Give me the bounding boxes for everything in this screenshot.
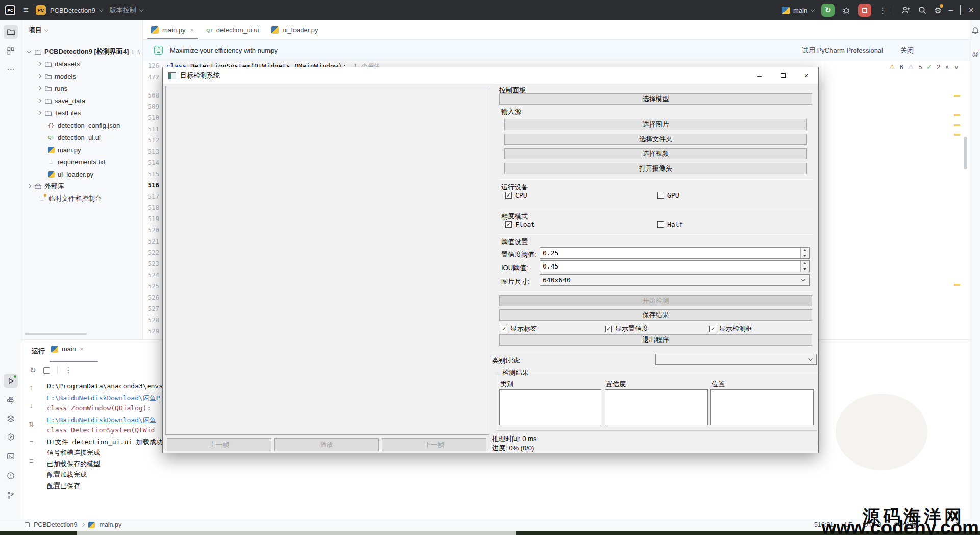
confidence-list[interactable] [605, 389, 708, 425]
line-number[interactable]: 525 [143, 281, 159, 292]
tree-item-main-py[interactable]: main.py [44, 144, 81, 155]
editor-code-line[interactable]: class DetectionSystem(QtWidgets.QMainWin… [166, 61, 379, 67]
clear-console-icon[interactable]: ≡ [27, 457, 36, 465]
error-stripe-mark[interactable] [954, 114, 960, 116]
services-layers-button[interactable] [4, 411, 18, 426]
soft-wrap-icon[interactable]: ≡ [27, 439, 36, 447]
error-stripe-mark[interactable] [954, 95, 960, 97]
notifications-bell-button[interactable] [970, 27, 980, 35]
start-detect-button[interactable]: 开始检测 [499, 295, 812, 306]
error-stripe-mark[interactable] [954, 134, 960, 136]
tree-item-detection-config[interactable]: {} detection_config.json [44, 119, 120, 131]
show-box-checkbox[interactable]: ✓ 显示检测框 [709, 324, 752, 333]
ai-assistant-button[interactable]: @ [970, 50, 980, 58]
line-number[interactable]: 521 [143, 236, 159, 247]
tree-item-ui-loader[interactable]: ui_loader.py [44, 168, 93, 180]
rerun-icon[interactable]: ↻ [30, 366, 36, 375]
line-number[interactable]: 524 [143, 270, 159, 281]
prev-frame-button[interactable]: 上一帧 [167, 438, 271, 451]
tree-item-project-root[interactable]: PCBDetection9 [检测界面4] E:\ [28, 46, 140, 57]
project-panel-header[interactable]: 项目 [29, 26, 48, 35]
window-close-button[interactable]: × [968, 5, 974, 16]
stop-icon[interactable] [43, 367, 50, 374]
stop-button[interactable] [858, 4, 871, 17]
run-tab-main[interactable]: main × [51, 345, 84, 353]
class-filter-combobox[interactable] [655, 354, 817, 365]
tree-item-detection-ui[interactable]: QT detection_ui.ui [44, 132, 101, 143]
line-number[interactable]: 527 [143, 303, 159, 314]
line-number[interactable]: 526 [143, 292, 159, 303]
dialog-minimize-button[interactable]: – [748, 67, 771, 83]
save-results-button[interactable]: 保存结果 [499, 309, 812, 321]
prev-problem-button[interactable]: ∧ [945, 63, 949, 71]
vcs-menu[interactable]: 版本控制 [110, 6, 143, 15]
tree-item-datasets[interactable]: datasets [38, 58, 80, 69]
more-tools-button[interactable]: ⋯ [4, 62, 18, 77]
breadcrumb-project[interactable]: PCBDetection9 [34, 521, 77, 528]
image-size-combobox[interactable]: 640×640 [540, 274, 810, 286]
line-number[interactable]: 126 [143, 60, 159, 71]
select-video-button[interactable]: 选择视频 [504, 148, 807, 159]
close-tab-icon[interactable]: × [80, 345, 84, 353]
dialog-close-button[interactable]: × [795, 67, 818, 83]
dialog-title-bar[interactable]: 目标检测系统 [163, 67, 818, 84]
close-tab-icon[interactable]: × [190, 26, 194, 34]
project-tool-button[interactable] [4, 25, 18, 39]
line-number[interactable]: 529 [143, 326, 159, 337]
tab-detection-ui[interactable]: QT detection_ui.ui [200, 20, 265, 39]
next-frame-button[interactable]: 下一帧 [382, 438, 486, 451]
spinner-arrows[interactable] [800, 261, 809, 272]
tree-item-save-data[interactable]: save_data [38, 95, 85, 106]
try-professional-link[interactable]: 试用 PyCharm Professional [802, 46, 883, 55]
position-list[interactable] [710, 389, 814, 425]
spinner-arrows[interactable] [800, 248, 809, 258]
line-number[interactable]: 517 [143, 191, 159, 202]
run-tool-button[interactable] [4, 374, 18, 388]
tab-main-py[interactable]: main.py × [145, 20, 200, 39]
show-confidence-checkbox[interactable]: ✓ 显示置信度 [605, 324, 648, 333]
line-number[interactable]: 523 [143, 258, 159, 270]
tree-item-scratches[interactable]: ≡ 临时文件和控制台 [35, 193, 102, 204]
code-with-me-button[interactable] [901, 6, 911, 15]
line-number[interactable]: 511 [143, 124, 159, 135]
next-problem-button[interactable]: ∨ [954, 63, 959, 71]
select-folder-button[interactable]: 选择文件夹 [504, 134, 807, 145]
iou-spinbox[interactable]: 0.45 [540, 260, 810, 272]
services-hexagon-button[interactable] [4, 430, 18, 444]
line-number[interactable]: 512 [143, 135, 159, 146]
tree-item-models[interactable]: models [38, 70, 76, 82]
line-number[interactable]: 519 [143, 213, 159, 225]
tree-item-testfiles[interactable]: TestFiles [38, 107, 81, 118]
play-button[interactable]: 播放 [274, 438, 379, 451]
open-camera-button[interactable]: 打开摄像头 [504, 163, 807, 174]
git-branch-button[interactable] [4, 488, 18, 502]
sort-icon[interactable]: ⇅ [27, 420, 36, 428]
line-number[interactable]: 515 [143, 168, 159, 180]
half-checkbox[interactable]: Half [657, 221, 683, 228]
more-actions-button[interactable]: ⋮ [878, 6, 887, 15]
tree-item-runs[interactable]: runs [38, 83, 67, 94]
line-number[interactable]: 522 [143, 247, 159, 258]
float-checkbox[interactable]: ✓ Float [505, 221, 535, 228]
tab-ui-loader[interactable]: ui_loader.py [265, 20, 324, 39]
tree-item-requirements[interactable]: ≡ requirements.txt [44, 156, 105, 167]
error-stripe-mark[interactable] [954, 284, 960, 286]
gpu-checkbox[interactable]: GPU [657, 191, 679, 199]
exit-program-button[interactable]: 退出程序 [499, 334, 812, 346]
line-number[interactable]: 509 [143, 101, 159, 112]
select-model-button[interactable]: 选择模型 [499, 93, 812, 105]
window-minimize-button[interactable]: – [949, 6, 953, 15]
breadcrumb[interactable]: PCBDetection9 main.py [24, 521, 121, 528]
line-number[interactable]: 472 [143, 71, 159, 83]
search-everywhere-button[interactable] [918, 6, 927, 15]
settings-button[interactable]: ⚙ [934, 6, 941, 15]
main-menu-button[interactable]: ≡ [23, 5, 29, 15]
scroll-up-icon[interactable]: ↑ [27, 383, 36, 392]
scroll-down-icon[interactable]: ↓ [27, 402, 36, 410]
error-stripe-mark[interactable] [954, 124, 960, 126]
banner-close-link[interactable]: 关闭 [900, 46, 914, 55]
dialog-maximize-button[interactable] [771, 67, 795, 83]
line-number[interactable]: 520 [143, 225, 159, 236]
editor-scrollbar[interactable] [964, 137, 967, 169]
line-number[interactable]: 528 [143, 314, 159, 326]
